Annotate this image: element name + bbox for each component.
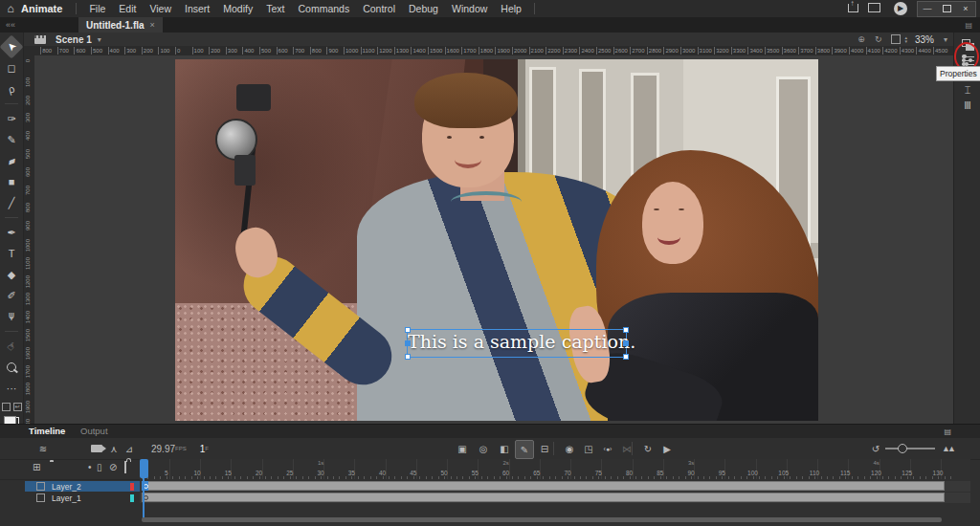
selection-handle[interactable] — [623, 354, 629, 360]
ruler-tick-label: 3600 — [782, 47, 796, 55]
pen-tool-icon[interactable]: ✒ — [3, 224, 20, 241]
close-button[interactable]: × — [956, 2, 975, 16]
video-frame[interactable]: This is a sample caption. — [175, 59, 818, 421]
hand-tool-icon[interactable]: ☞ — [0, 334, 24, 358]
clip-content-icon[interactable] — [891, 34, 901, 44]
selection-handle[interactable] — [405, 340, 411, 346]
zoom-level[interactable]: 33% — [915, 34, 934, 45]
menu-item-file[interactable]: File — [82, 0, 112, 17]
menu-item-insert[interactable]: Insert — [178, 0, 216, 17]
rotation-tool-icon[interactable]: ↻ — [875, 34, 882, 44]
graph-view-icon[interactable]: ⊿ — [121, 438, 138, 459]
zoom-chevron-icon[interactable]: ▾ — [944, 35, 947, 44]
loop-button[interactable]: ↻ — [639, 438, 657, 459]
zoom-in-timeline-icon[interactable]: ▲▲ — [942, 444, 953, 453]
eraser-tool-icon[interactable]: ▰ — [0, 149, 22, 171]
frame-span[interactable] — [142, 481, 945, 491]
menu-item-view[interactable]: View — [143, 0, 178, 17]
reset-timeline-zoom-button[interactable]: ↺ — [867, 438, 884, 459]
ruler-tick-label: 800 — [310, 47, 322, 55]
stage[interactable]: This is a sample caption. — [34, 55, 953, 424]
presentation-mode-icon[interactable] — [863, 3, 884, 14]
text-tool-icon[interactable]: T — [3, 245, 20, 262]
new-layer-button[interactable]: ⊞ — [33, 462, 40, 472]
restore-button[interactable] — [937, 2, 956, 16]
center-stage-icon[interactable]: ⊕ — [858, 34, 865, 44]
menu-item-commands[interactable]: Commands — [291, 0, 356, 17]
onion-skin-range-button[interactable]: ‹●› — [599, 438, 616, 459]
timeline-zoom-knob[interactable] — [898, 444, 907, 453]
test-movie-button[interactable]: ▶ — [894, 2, 907, 15]
link-button[interactable]: ⋈ — [618, 438, 635, 459]
collapse-dock-icon[interactable]: «« — [0, 20, 21, 30]
classic-brush-tool-icon[interactable]: ✎ — [3, 131, 20, 148]
auto-keyframe-button[interactable]: ✎ — [515, 440, 534, 459]
asset-warp-tool-icon[interactable]: ⋔ — [3, 308, 20, 325]
scene-name[interactable]: Scene 1 — [56, 34, 92, 45]
swap-colors-icon[interactable]: ↩ — [13, 403, 22, 411]
brush-library-panel-icon[interactable]: Ⅲ — [959, 98, 976, 113]
hide-layers-button[interactable]: ⊘ — [109, 462, 117, 472]
selection-handle[interactable] — [623, 340, 629, 346]
selection-handle[interactable] — [405, 327, 411, 333]
lock-layers-button[interactable] — [124, 462, 126, 472]
layer-view-icon[interactable]: ≋ — [34, 438, 52, 459]
home-icon[interactable]: ⌂ — [0, 2, 21, 15]
paint-bucket-tool-icon[interactable]: ◆ — [3, 266, 20, 283]
scene-chevron-icon[interactable]: ▾ — [98, 35, 101, 44]
layer-row-layer_2[interactable]: Layer_2 — [25, 481, 140, 492]
selection-handle[interactable] — [623, 327, 629, 333]
eyedropper-tool-icon[interactable]: ✐ — [3, 287, 20, 304]
layer-row-layer_1[interactable]: Layer_1 — [25, 493, 140, 503]
default-colors-icon[interactable] — [2, 403, 11, 411]
more-tools-icon[interactable]: ··· — [3, 380, 20, 397]
timeline-zoom-slider[interactable] — [885, 448, 935, 449]
frame-area[interactable]: 5101520253035404550556065707580859095100… — [140, 459, 970, 526]
frame-span[interactable] — [142, 493, 945, 502]
layer-name[interactable]: Layer_1 — [52, 493, 130, 503]
panel-menu-icon[interactable]: ▤ — [944, 427, 951, 436]
clamp-panel-icon[interactable]: ⌶ — [959, 82, 976, 98]
layer-name[interactable]: Layer_2 — [52, 482, 130, 492]
show-all-dot[interactable]: • — [88, 462, 92, 472]
onion-range-button[interactable]: ▯ — [97, 462, 102, 472]
insert-blank-keyframe-button[interactable]: ◎ — [475, 438, 492, 459]
menu-item-debug[interactable]: Debug — [402, 0, 445, 17]
menu-item-modify[interactable]: Modify — [216, 0, 259, 17]
onion-skin-button[interactable]: ◉ — [561, 438, 578, 459]
tab-overflow-icon[interactable]: ▤ — [965, 21, 980, 30]
subselection-tool-icon[interactable]: ◻ — [3, 59, 20, 77]
menu-item-control[interactable]: Control — [356, 0, 402, 17]
minimize-button[interactable]: — — [918, 2, 937, 16]
lasso-tool-icon[interactable]: ρ — [1, 78, 22, 99]
play-button[interactable]: ▶ — [658, 438, 676, 459]
camera-icon[interactable] — [88, 438, 105, 459]
zoom-tool-icon[interactable] — [3, 359, 20, 376]
menu-item-help[interactable]: Help — [494, 0, 528, 17]
insert-frame-button[interactable]: ◧ — [496, 438, 513, 459]
tab-timeline[interactable]: Timeline — [29, 425, 65, 438]
menu-item-edit[interactable]: Edit — [112, 0, 143, 17]
rectangle-tool-icon[interactable]: ■ — [3, 173, 20, 190]
tab-close-icon[interactable]: × — [150, 20, 155, 30]
timeline-scrollbar[interactable] — [142, 517, 942, 522]
selection-handle[interactable] — [405, 354, 411, 360]
layer-track[interactable] — [140, 493, 970, 503]
remove-frames-button[interactable]: ⊟ — [536, 438, 553, 459]
frame-number: 105 — [778, 470, 789, 476]
insert-keyframe-button[interactable]: ▣ — [454, 438, 471, 459]
tab-output[interactable]: Output — [80, 425, 108, 438]
edit-multiple-frames-button[interactable]: ◳ — [580, 438, 597, 459]
selection-tool-icon[interactable]: ➤ — [0, 34, 24, 58]
line-tool-icon[interactable]: ╱ — [3, 194, 20, 211]
menu-item-window[interactable]: Window — [445, 0, 494, 17]
share-icon[interactable]: ↑ — [842, 4, 863, 14]
layer-track[interactable] — [140, 481, 970, 492]
zoom-spinner[interactable]: ▴▾ — [904, 35, 907, 43]
caption-selection-box[interactable]: This is a sample caption. — [407, 329, 627, 358]
fluid-brush-tool-icon[interactable]: ✑ — [3, 110, 20, 127]
document-tab[interactable]: Untitled-1.fla × — [78, 17, 163, 33]
menu-item-text[interactable]: Text — [259, 0, 291, 17]
fps-value[interactable]: 29.97 — [151, 444, 175, 454]
caption-text[interactable]: This is a sample caption. — [408, 331, 626, 352]
